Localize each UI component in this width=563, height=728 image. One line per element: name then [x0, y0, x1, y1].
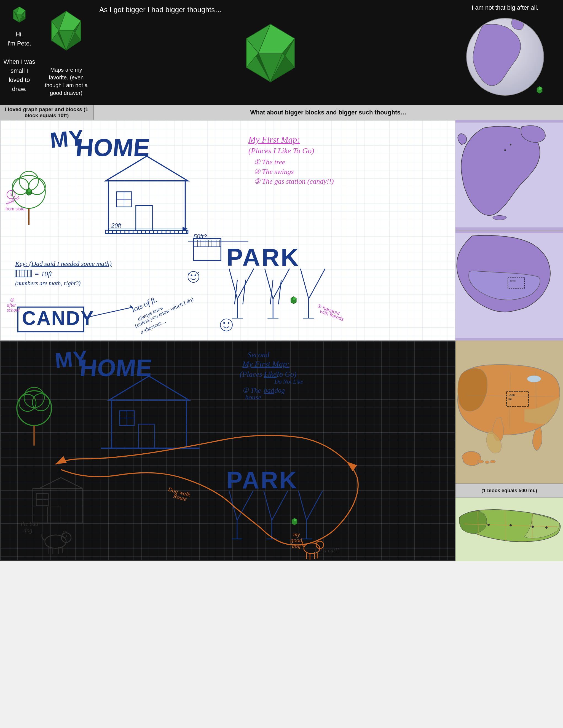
svg-text:①: ①: [10, 192, 14, 197]
block-caption-text: (1 block equals 500 mi.): [481, 488, 537, 494]
caption-right-text: What about bigger blocks and bigger such…: [250, 109, 406, 116]
svg-point-137: [510, 144, 511, 146]
top-row: Hi. I'm Pete. When I was small I loved t…: [0, 0, 563, 105]
svg-point-115: [191, 274, 192, 276]
svg-marker-183: [39, 478, 82, 488]
north-america-map-bottom: ~500mi: [455, 230, 563, 341]
nc-map-svg: [455, 498, 563, 561]
svg-text:~500mi: ~500mi: [509, 280, 516, 282]
svg-text:CANDY: CANDY: [22, 307, 95, 329]
svg-text:① The tree: ① The tree: [254, 158, 285, 166]
svg-point-153: [32, 394, 49, 411]
bottom-section: MY HOME Second My First Map:: [0, 341, 563, 561]
second-map-drawing: MY HOME Second My First Map:: [1, 341, 455, 560]
nc-state-map: [455, 498, 563, 561]
globe-title: I am not that big after all.: [472, 4, 538, 11]
svg-text:HOME: HOME: [79, 354, 153, 381]
first-map-drawing: MY HOME: [1, 121, 455, 340]
svg-text:= 10ft: = 10ft: [34, 270, 52, 278]
svg-text:bad: bad: [264, 387, 274, 394]
panel-pete: Hi. I'm Pete. When I was small I loved t…: [0, 0, 39, 105]
svg-rect-146: [138, 424, 154, 448]
usa-map-svg: ~500 mi: [455, 341, 563, 483]
svg-rect-185: [47, 507, 61, 523]
svg-text:To Go): To Go): [276, 370, 296, 378]
svg-line-176: [307, 491, 323, 520]
svg-line-175: [299, 491, 307, 520]
svg-rect-27: [136, 205, 152, 230]
svg-text:the bad: the bad: [21, 520, 39, 527]
svg-point-221: [490, 460, 495, 463]
globe-visual: [461, 14, 549, 97]
svg-line-172: [272, 491, 288, 520]
first-map-svg: MY HOME: [1, 121, 455, 340]
panel-globe: I am not that big after all.: [447, 0, 563, 105]
bottom-right-panels: ~500 mi: [455, 341, 563, 561]
svg-text:~500: ~500: [508, 394, 515, 397]
pete-intro-text: Hi. I'm Pete. When I was small I loved t…: [3, 30, 36, 93]
usa-terrain-map: ~500 mi: [455, 341, 563, 484]
svg-text:① The: ① The: [242, 387, 261, 394]
svg-line-80: [301, 269, 309, 299]
map-panel-right: ~500mi: [455, 120, 563, 341]
svg-point-120: [223, 322, 225, 324]
svg-line-75: [273, 269, 289, 299]
svg-point-229: [532, 526, 534, 528]
caption-row: I loved graph paper and blocks (1 block …: [0, 105, 563, 120]
svg-text:Do Not Like: Do Not Like: [274, 378, 303, 385]
svg-point-228: [510, 524, 512, 526]
svg-text:PARK: PARK: [226, 467, 298, 493]
svg-line-73: [243, 280, 246, 304]
svg-text:(Places I Like To Go): (Places I Like To Go): [248, 146, 314, 155]
svg-text:Like: Like: [264, 370, 277, 378]
svg-point-116: [195, 274, 196, 276]
svg-point-119: [220, 319, 232, 331]
svg-text:HOME: HOME: [75, 134, 151, 162]
svg-text:My First Map:: My First Map:: [248, 135, 300, 144]
svg-text:③ The gas station (candy!!): ③ The gas station (candy!!): [254, 177, 334, 185]
block-caption-bar: (1 block equals 500 mi.): [455, 484, 563, 498]
svg-text:(Places I: (Places I: [240, 370, 267, 378]
maps-favorite-text: Maps are my favorite. (even though I am …: [43, 66, 90, 97]
panel-bigger: As I got bigger I had bigger thoughts…: [94, 0, 447, 105]
svg-point-220: [485, 461, 489, 464]
middle-section: MY HOME: [0, 120, 563, 341]
svg-text:dog: dog: [292, 543, 301, 549]
medium-gem-icon: [44, 8, 88, 63]
svg-text:Second: Second: [248, 351, 270, 359]
caption-left: I loved graph paper and blocks (1 block …: [0, 105, 94, 120]
large-gem-icon: [232, 17, 309, 94]
panel-maps: Maps are my favorite. (even though I am …: [39, 0, 94, 105]
svg-point-136: [493, 216, 506, 220]
svg-point-218: [527, 376, 541, 382]
svg-text:PARK: PARK: [226, 243, 300, 271]
caption-right: What about bigger blocks and bigger such…: [94, 105, 563, 120]
svg-point-227: [487, 524, 490, 526]
svg-text:dog: dog: [274, 387, 285, 394]
svg-text:Key: (Dad said I needed some m: Key: (Dad said I needed some math): [15, 260, 112, 267]
svg-rect-94: [15, 270, 32, 277]
svg-text:② The swings: ② The swings: [254, 168, 294, 176]
svg-point-152: [19, 394, 36, 411]
north-america-map-top: [455, 120, 563, 230]
map-panel-first: MY HOME: [0, 120, 455, 341]
na-map-bottom-svg: ~500mi: [455, 231, 563, 341]
svg-text:(numbers are math, right?): (numbers are math, right?): [15, 280, 81, 287]
caption-left-text: I loved graph paper and blocks (1 block …: [0, 106, 93, 119]
svg-line-81: [309, 269, 325, 299]
svg-line-171: [264, 491, 272, 520]
svg-text:dog: dog: [23, 527, 32, 534]
svg-text:not a cat!!: not a cat!!: [315, 547, 339, 554]
svg-line-79: [278, 280, 281, 304]
svg-point-121: [228, 322, 229, 324]
svg-line-69: [237, 269, 254, 299]
na-map-top-svg: [455, 120, 563, 230]
svg-point-138: [504, 149, 506, 151]
svg-point-219: [477, 460, 484, 463]
svg-text:from sister: from sister: [6, 207, 26, 211]
svg-point-230: [545, 526, 548, 529]
svg-text:20ft: 20ft: [111, 222, 121, 229]
svg-text:school: school: [7, 307, 20, 313]
globe-svg: [461, 14, 549, 97]
small-gem-icon: [10, 6, 29, 25]
